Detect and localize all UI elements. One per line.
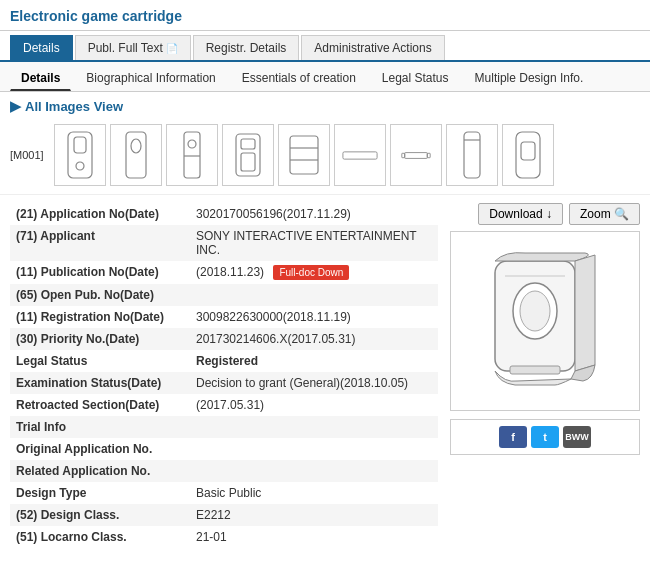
table-row: (30) Priority No.(Date)201730214606.X(20…: [10, 328, 438, 350]
svg-rect-16: [401, 153, 404, 157]
table-row: (51) Locarno Class.21-01: [10, 526, 438, 548]
svg-rect-15: [404, 152, 427, 158]
table-row: (21) Application No(Date)3020170056196(2…: [10, 203, 438, 225]
table-row: (65) Open Pub. No(Date): [10, 284, 438, 306]
table-row: (71) ApplicantSONY INTERACTIVE ENTERTAIN…: [10, 225, 438, 261]
svg-rect-17: [427, 153, 430, 157]
field-value: (2017.05.31): [190, 394, 438, 416]
page-title: Electronic game cartridge: [0, 0, 650, 31]
svg-rect-18: [464, 132, 480, 178]
field-label: Design Type: [10, 482, 190, 504]
field-value: SONY INTERACTIVE ENTERTAINMENT INC.: [190, 225, 438, 261]
thumbnail-5[interactable]: [278, 124, 330, 186]
thumbnail-8[interactable]: [446, 124, 498, 186]
field-value: [190, 284, 438, 306]
thumbnail-3[interactable]: [166, 124, 218, 186]
svg-rect-10: [241, 153, 255, 171]
svg-point-4: [131, 139, 141, 153]
field-label: (71) Applicant: [10, 225, 190, 261]
sub-tab-legal-status[interactable]: Legal Status: [371, 66, 460, 91]
zoom-button[interactable]: Zoom 🔍: [569, 203, 640, 225]
table-row: (52) Design Class.E2212: [10, 504, 438, 526]
thumbnail-2[interactable]: [110, 124, 162, 186]
field-label: (21) Application No(Date): [10, 203, 190, 225]
svg-rect-5: [184, 132, 200, 178]
table-row: Retroacted Section(Date)(2017.05.31): [10, 394, 438, 416]
content-area: (21) Application No(Date)3020170056196(2…: [0, 195, 650, 556]
field-value: [190, 438, 438, 460]
right-column: Download ↓ Zoom 🔍: [450, 203, 640, 548]
field-label: Original Application No.: [10, 438, 190, 460]
image-label: [M001]: [10, 149, 44, 161]
facebook-button[interactable]: f: [499, 426, 527, 448]
sub-tab-biographical[interactable]: Biographical Information: [75, 66, 226, 91]
tab-registr-details[interactable]: Registr. Details: [193, 35, 300, 60]
field-label: (65) Open Pub. No(Date): [10, 284, 190, 306]
field-value: 21-01: [190, 526, 438, 548]
all-images-header: ▶ All Images View: [0, 92, 650, 120]
table-row: Related Application No.: [10, 460, 438, 482]
table-row: Legal StatusRegistered: [10, 350, 438, 372]
field-value: 201730214606.X(2017.05.31): [190, 328, 438, 350]
field-label: (11) Publication No(Date): [10, 261, 190, 284]
svg-rect-14: [343, 151, 377, 158]
thumbnail-6[interactable]: [334, 124, 386, 186]
svg-point-2: [76, 162, 84, 170]
field-value: Basic Public: [190, 482, 438, 504]
sub-tab-multiple-design[interactable]: Multiple Design Info.: [464, 66, 595, 91]
field-label: (51) Locarno Class.: [10, 526, 190, 548]
svg-rect-11: [290, 136, 318, 174]
svg-rect-9: [241, 139, 255, 149]
all-images-label[interactable]: All Images View: [25, 99, 123, 114]
field-value: Registered: [190, 350, 438, 372]
other-social-button[interactable]: BWW: [563, 426, 591, 448]
field-value: 3020170056196(2017.11.29): [190, 203, 438, 225]
thumbnail-1[interactable]: [54, 124, 106, 186]
field-label: Retroacted Section(Date): [10, 394, 190, 416]
table-row: Design TypeBasic Public: [10, 482, 438, 504]
table-row: (11) Registration No(Date)3009822630000(…: [10, 306, 438, 328]
field-label: (30) Priority No.(Date): [10, 328, 190, 350]
field-value: Decision to grant (General)(2018.10.05): [190, 372, 438, 394]
thumbnail-9[interactable]: [502, 124, 554, 186]
sub-tab-details[interactable]: Details: [10, 66, 71, 91]
field-value: [190, 416, 438, 438]
svg-rect-20: [516, 132, 540, 178]
field-label: Related Application No.: [10, 460, 190, 482]
svg-rect-8: [236, 134, 260, 176]
svg-rect-26: [510, 366, 560, 374]
table-row: Trial Info: [10, 416, 438, 438]
field-label: Legal Status: [10, 350, 190, 372]
svg-rect-0: [68, 132, 92, 178]
info-table: (21) Application No(Date)3020170056196(2…: [10, 203, 438, 548]
download-button[interactable]: Download ↓: [478, 203, 563, 225]
table-row: (11) Publication No(Date)(2018.11.23) Fu…: [10, 261, 438, 284]
field-value: E2212: [190, 504, 438, 526]
tab-administrative-actions[interactable]: Administrative Actions: [301, 35, 444, 60]
table-row: Original Application No.: [10, 438, 438, 460]
twitter-button[interactable]: t: [531, 426, 559, 448]
svg-rect-1: [74, 137, 86, 153]
thumbnail-7[interactable]: [390, 124, 442, 186]
sub-tabs: Details Biographical Information Essenti…: [0, 62, 650, 92]
field-label: Trial Info: [10, 416, 190, 438]
left-column: (21) Application No(Date)3020170056196(2…: [10, 203, 438, 548]
download-area: Download ↓ Zoom 🔍: [450, 203, 640, 225]
field-label: Examination Status(Date): [10, 372, 190, 394]
sub-tab-essentials[interactable]: Essentials of creation: [231, 66, 367, 91]
full-doc-button[interactable]: Full-doc Down: [273, 265, 349, 280]
table-row: Examination Status(Date)Decision to gran…: [10, 372, 438, 394]
thumbnail-4[interactable]: [222, 124, 274, 186]
field-value: (2018.11.23) Full-doc Down: [190, 261, 438, 284]
social-bar: f t BWW: [450, 419, 640, 455]
svg-point-24: [520, 291, 550, 331]
main-tabs: Details Publ. Full Text Registr. Details…: [0, 35, 650, 62]
expand-arrow-icon: ▶: [10, 98, 21, 114]
field-value: 3009822630000(2018.11.19): [190, 306, 438, 328]
tab-publ-full-text[interactable]: Publ. Full Text: [75, 35, 191, 60]
field-value: [190, 460, 438, 482]
svg-point-6: [188, 140, 196, 148]
svg-rect-21: [521, 142, 535, 160]
tab-details[interactable]: Details: [10, 35, 73, 60]
images-row: [M001]: [0, 120, 650, 195]
